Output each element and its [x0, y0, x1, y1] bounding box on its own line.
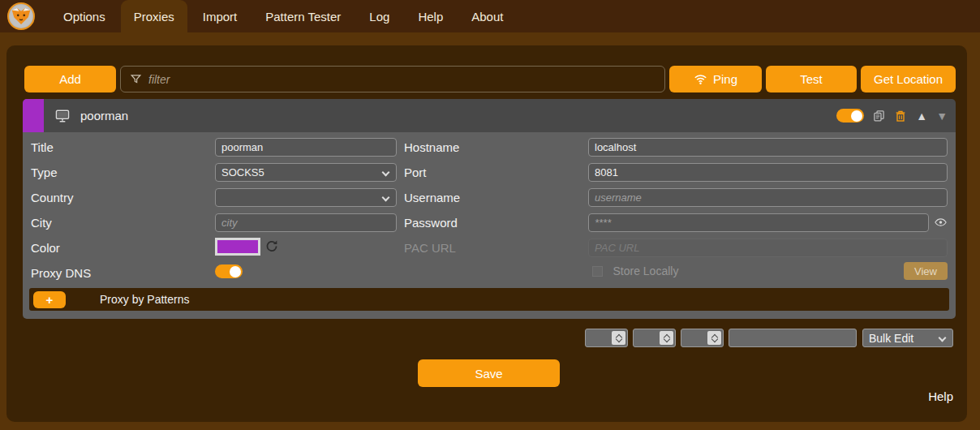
pac-url-input[interactable]	[588, 239, 948, 257]
duplicate-icon[interactable]	[873, 109, 885, 123]
save-button[interactable]: Save	[418, 359, 560, 387]
password-input[interactable]	[588, 213, 929, 232]
delete-trash-icon[interactable]	[894, 109, 907, 123]
color-swatch[interactable]	[215, 238, 260, 256]
proxy-color-bar	[23, 99, 44, 132]
proxy-card-header[interactable]: poorman ▲ ▼	[23, 99, 956, 132]
bulk-text-input[interactable]	[729, 329, 857, 347]
chevron-down-icon	[382, 194, 390, 202]
get-location-button[interactable]: Get Location	[861, 66, 956, 92]
country-select[interactable]	[215, 188, 397, 207]
hostname-input[interactable]	[588, 138, 948, 157]
proxy-dns-label: Proxy DNS	[31, 266, 91, 280]
test-button[interactable]: Test	[766, 66, 857, 92]
filter-field	[120, 66, 665, 92]
reset-color-refresh-icon[interactable]	[264, 239, 279, 254]
show-password-eye-icon[interactable]	[934, 216, 948, 229]
tab-proxies[interactable]: Proxies	[121, 0, 187, 32]
proxy-type-monitor-icon	[54, 108, 71, 124]
proxy-by-patterns-bar[interactable]: + Proxy by Patterns	[29, 288, 949, 311]
help-link[interactable]: Help	[928, 389, 953, 403]
foxyproxy-logo-icon	[7, 2, 35, 30]
title-label: Title	[31, 140, 54, 154]
add-proxy-button[interactable]: Add	[24, 66, 116, 92]
hostname-label: Hostname	[404, 140, 459, 154]
store-locally-checkbox[interactable]	[592, 266, 603, 277]
wifi-icon	[694, 72, 707, 86]
color-label: Color	[31, 241, 60, 255]
title-input[interactable]	[215, 138, 397, 157]
tab-options[interactable]: Options	[50, 0, 118, 32]
chevron-down-icon	[382, 169, 390, 177]
view-pac-button[interactable]: View	[904, 262, 948, 280]
tab-pattern-tester[interactable]: Pattern Tester	[252, 0, 354, 32]
port-input[interactable]	[588, 163, 948, 182]
tab-about[interactable]: About	[458, 0, 516, 32]
bulk-number-input-2[interactable]	[633, 329, 676, 347]
username-input[interactable]	[588, 188, 948, 207]
store-locally-label: Store Locally	[612, 264, 678, 277]
bulk-number-input-1[interactable]	[585, 329, 628, 347]
spinner-stepper-icon[interactable]	[612, 331, 625, 345]
proxy-enabled-toggle[interactable]	[836, 109, 864, 123]
spinner-stepper-icon[interactable]	[660, 331, 673, 345]
type-select[interactable]: SOCKS5	[215, 163, 397, 182]
password-label: Password	[404, 216, 458, 230]
city-input[interactable]	[215, 213, 397, 232]
filter-input[interactable]	[148, 73, 635, 86]
tab-log[interactable]: Log	[356, 0, 402, 32]
proxy-title: poorman	[80, 109, 128, 123]
pac-url-label: PAC URL	[404, 241, 456, 255]
spinner-stepper-icon[interactable]	[707, 331, 721, 345]
bulk-edit-select[interactable]: Bulk Edit	[862, 329, 953, 347]
top-nav: Options Proxies Import Pattern Tester Lo…	[0, 0, 980, 32]
chevron-down-icon	[939, 334, 947, 342]
store-locally-field: Store Locally	[592, 264, 678, 278]
proxy-dns-toggle[interactable]	[215, 264, 243, 278]
tab-help[interactable]: Help	[405, 0, 456, 32]
bulk-edit-select-value: Bulk Edit	[869, 332, 913, 345]
ping-button[interactable]: Ping	[669, 66, 762, 92]
move-up-icon[interactable]: ▲	[916, 110, 927, 123]
country-label: Country	[31, 191, 74, 204]
ping-button-label: Ping	[713, 72, 737, 86]
type-label: Type	[31, 166, 58, 179]
proxy-by-patterns-label: Proxy by Patterns	[100, 293, 190, 306]
add-pattern-plus-button[interactable]: +	[33, 291, 66, 308]
username-label: Username	[404, 191, 460, 204]
type-select-value: SOCKS5	[221, 166, 264, 178]
bulk-number-input-3[interactable]	[681, 329, 724, 347]
foxyproxy-options-page: Options Proxies Import Pattern Tester Lo…	[0, 0, 980, 430]
move-down-icon[interactable]: ▼	[936, 110, 948, 123]
filter-funnel-icon	[130, 73, 142, 85]
tab-import[interactable]: Import	[190, 0, 251, 32]
port-label: Port	[404, 166, 427, 179]
city-label: City	[31, 216, 52, 230]
